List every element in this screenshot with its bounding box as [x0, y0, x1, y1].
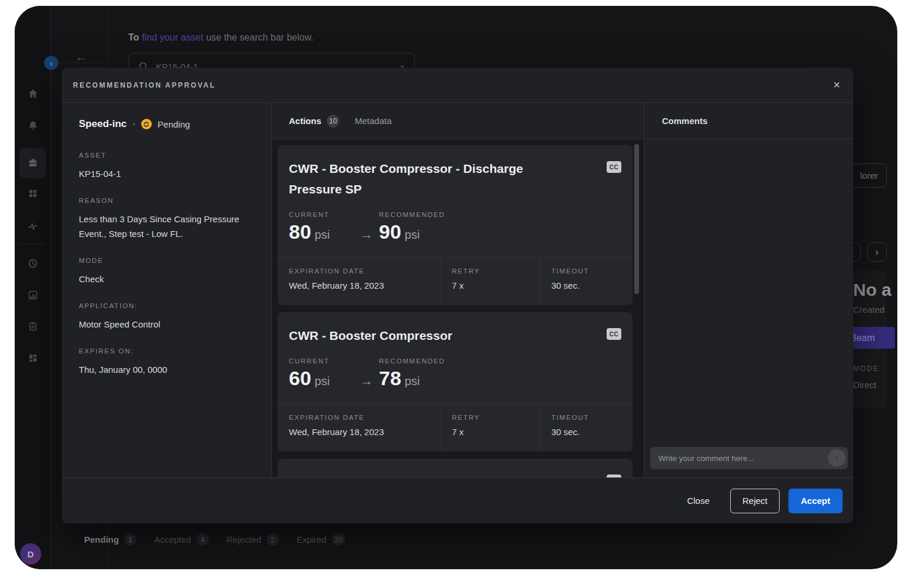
current-label: CURRENT	[289, 211, 379, 218]
action-title: CWR - Booster Compressor - Discharge Pre…	[289, 158, 543, 199]
recommended-value: 90	[379, 220, 401, 243]
tab-metadata[interactable]: Metadata	[355, 116, 392, 126]
field-expires-value: Thu, January 00, 0000	[79, 362, 255, 377]
recommended-label: RECOMMENDED	[379, 211, 445, 218]
send-comment-button[interactable]: ↑	[828, 449, 846, 467]
expiration-label: EXPIRATION DATE	[289, 268, 440, 275]
arrow-right-icon: →	[354, 227, 379, 242]
back-arrow-icon[interactable]: ←	[75, 49, 88, 65]
tab-actions-count: 10	[327, 115, 339, 128]
actions-panel: Actions 10 Metadata CWR - Booster Compre…	[272, 103, 644, 477]
mode-value: Direct	[853, 380, 876, 390]
close-icon[interactable]: ×	[833, 78, 840, 92]
field-application: APPLICATION: Motor Speed Control	[79, 302, 255, 332]
beam-badge-label: Beam	[850, 333, 875, 343]
grid-icon	[27, 188, 39, 199]
status-badge: Pending	[158, 119, 190, 129]
tab-accepted-label: Accepted	[154, 534, 191, 544]
sidebar-item-home[interactable]	[15, 82, 51, 105]
dot-separator: •	[132, 120, 135, 129]
current-label: CURRENT	[289, 358, 379, 365]
field-asset-label: ASSET	[79, 152, 255, 159]
next-page-button[interactable]: ›	[867, 242, 887, 262]
recommended-label: RECOMMENDED	[379, 358, 445, 365]
sidebar-divider	[19, 244, 46, 245]
sidebar-item-alerts[interactable]	[15, 113, 51, 137]
close-button[interactable]: Close	[675, 496, 721, 506]
mode-label: MODE	[853, 365, 879, 373]
tab-actions-label: Actions	[289, 116, 321, 126]
accept-button[interactable]: Accept	[788, 489, 843, 513]
field-mode-label: MODE	[79, 257, 255, 264]
action-card: CWR - Booster Compressor CC	[278, 459, 633, 477]
retry-value: 7 x	[452, 427, 540, 437]
arrow-up-icon: ↑	[834, 453, 839, 463]
user-avatar[interactable]: D	[20, 543, 41, 564]
recommended-unit: psi	[405, 228, 420, 242]
action-title: CWR - Booster Compressor	[289, 472, 452, 477]
tab-actions[interactable]: Actions 10	[289, 115, 339, 128]
tab-expired-count: 20	[332, 533, 345, 546]
field-asset-value: KP15-04-1	[79, 166, 255, 181]
current-value: 60	[289, 367, 311, 390]
field-expires: EXPIRES ON: Thu, January 00, 0000	[79, 348, 255, 377]
action-title: CWR - Booster Compressor	[289, 325, 452, 346]
comment-input[interactable]	[650, 447, 848, 469]
current-value: 80	[289, 220, 311, 243]
summary-header: Speed-inc • Pending	[79, 118, 255, 130]
tab-rejected-label: Rejected	[227, 534, 261, 544]
field-expires-label: EXPIRES ON:	[79, 348, 255, 355]
modal-title: RECOMMENDATION APPROVAL	[73, 81, 216, 89]
sidebar-item-work-active[interactable]	[19, 148, 46, 178]
tab-pending-label: Pending	[84, 534, 119, 544]
modal-header: RECOMMENDATION APPROVAL ×	[62, 68, 853, 103]
recommendation-name: Speed-inc	[79, 118, 127, 130]
recommended-unit: psi	[405, 375, 420, 388]
tab-accepted-count: 4	[197, 533, 209, 546]
recommended-value: 78	[379, 367, 401, 390]
home-icon	[27, 88, 39, 99]
chevron-right-icon: ›	[50, 58, 53, 68]
recommendation-approval-modal: RECOMMENDATION APPROVAL × Speed-inc • Pe…	[62, 68, 853, 523]
tab-expired[interactable]: Expired 20	[297, 533, 345, 546]
sidebar-item-apps[interactable]	[15, 182, 51, 205]
hint-prefix: To	[128, 32, 139, 43]
retry-label: RETRY	[452, 268, 540, 275]
app-window: › ← To find your asset use the search ba…	[15, 6, 897, 569]
reject-button[interactable]: Reject	[730, 489, 780, 513]
expiration-label: EXPIRATION DATE	[289, 414, 440, 421]
avatar-initial: D	[28, 549, 34, 559]
tab-rejected[interactable]: Rejected 2	[227, 533, 279, 546]
cc-badge-icon[interactable]: CC	[607, 328, 621, 340]
timeout-label: TIMEOUT	[551, 268, 633, 275]
no-actions-text: No a	[853, 280, 891, 300]
sidebar-item-signals[interactable]	[15, 215, 51, 238]
current-unit: psi	[315, 228, 330, 242]
scrollbar-thumb[interactable]	[634, 144, 639, 294]
sidebar-item-tasks[interactable]	[15, 315, 51, 338]
field-mode: MODE Check	[79, 257, 255, 286]
tab-pending-count: 1	[124, 533, 137, 546]
hint-suffix: use the search bar below.	[206, 32, 313, 43]
tab-accepted[interactable]: Accepted 4	[154, 533, 209, 546]
briefcase-icon	[27, 157, 39, 169]
action-card: CWR - Booster Compressor - Discharge Pre…	[278, 145, 633, 305]
activity-icon	[27, 220, 39, 232]
field-application-label: APPLICATION:	[79, 302, 255, 309]
sidebar-expand-button[interactable]: ›	[44, 56, 58, 70]
sidebar-item-reports[interactable]	[15, 283, 51, 307]
sidebar-item-history[interactable]	[15, 252, 51, 275]
sidebar-item-dashboard[interactable]	[15, 346, 51, 370]
retry-label: RETRY	[452, 414, 540, 421]
actions-scroll-area: CWR - Booster Compressor - Discharge Pre…	[272, 139, 644, 477]
field-mode-value: Check	[79, 272, 255, 286]
comments-title: Comments	[644, 103, 853, 139]
tab-pending[interactable]: Pending 1	[84, 533, 137, 546]
find-asset-link[interactable]: find your asset	[142, 32, 203, 43]
clipboard-icon	[27, 320, 39, 332]
current-unit: psi	[315, 375, 330, 388]
cc-badge-icon[interactable]: CC	[607, 161, 621, 173]
expiration-value: Wed, February 18, 2023	[289, 280, 440, 290]
tab-rejected-count: 2	[267, 533, 279, 546]
chevron-right-icon: ›	[876, 247, 878, 258]
